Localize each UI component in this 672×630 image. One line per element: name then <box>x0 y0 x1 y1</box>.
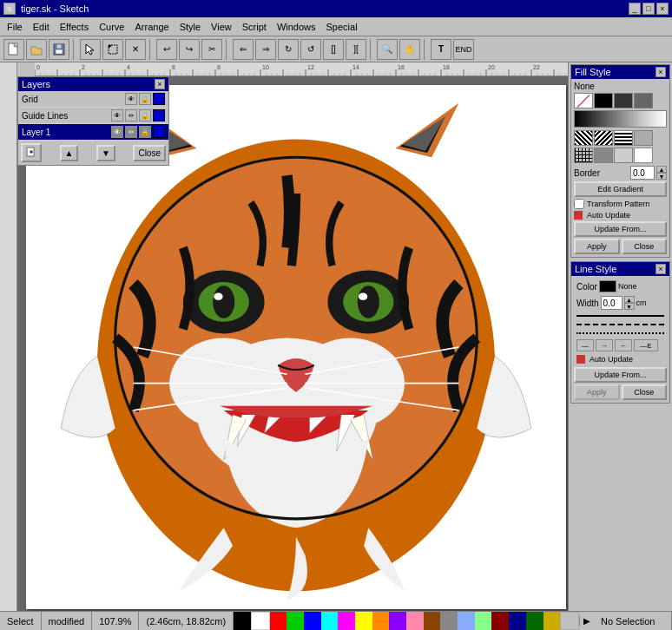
cut-button[interactable]: ✂ <box>201 39 222 60</box>
pan-button[interactable]: ✋ <box>399 39 420 60</box>
palette-red[interactable] <box>270 612 287 630</box>
line-end-style[interactable]: —E <box>634 339 658 351</box>
rot-cw-button[interactable]: ↻ <box>278 39 299 60</box>
palette-magenta[interactable] <box>338 612 355 630</box>
fill-swatch-black[interactable] <box>594 93 613 108</box>
palette-white[interactable] <box>251 612 270 630</box>
palette-scroll[interactable]: ▶ <box>579 616 594 626</box>
gradient-bar[interactable] <box>574 110 667 128</box>
line-sample-dash[interactable] <box>576 324 664 325</box>
line-style-close-btn[interactable]: × <box>656 264 666 274</box>
layer-guides-eye[interactable]: 👁 <box>111 109 123 121</box>
fill-border-up[interactable]: ▲ <box>656 166 667 173</box>
fill-border-input[interactable] <box>630 166 655 180</box>
layers-up-button[interactable] <box>60 145 79 161</box>
fill-style-close-btn[interactable]: × <box>656 67 666 77</box>
layer-1-eye[interactable]: 👁 <box>111 126 123 138</box>
layer-guides-row[interactable]: Guide Lines 👁 ✏ 🔒 <box>18 108 168 124</box>
layers-close-btn[interactable]: Close <box>133 145 166 161</box>
layer-guides-pen[interactable]: ✏ <box>125 109 137 121</box>
line-close-button[interactable]: Close <box>622 384 668 400</box>
ungroup-button[interactable]: ][ <box>346 39 366 60</box>
palette-scroll-right[interactable]: ▶ <box>583 616 590 626</box>
text-tool[interactable]: T <box>431 39 451 60</box>
select-box-tool[interactable] <box>102 39 123 60</box>
select-tool[interactable] <box>80 39 101 60</box>
layer-1-pen[interactable]: ✏ <box>125 126 137 138</box>
undo-button[interactable]: ↩ <box>156 39 177 60</box>
layer-grid-eye[interactable]: 👁 <box>125 93 137 105</box>
palette-orange[interactable] <box>372 612 390 630</box>
maximize-button[interactable]: □ <box>642 3 655 15</box>
fill-swatch-dark[interactable] <box>614 93 633 108</box>
layer-grid-row[interactable]: Grid 👁 🔒 <box>18 91 168 108</box>
flip-h-button[interactable]: ⇐ <box>233 39 254 60</box>
line-width-up[interactable]: ▲ <box>624 296 635 303</box>
line-arrow-right[interactable]: → <box>596 339 613 351</box>
layers-down-button[interactable] <box>96 145 115 161</box>
pattern-swatch-8[interactable] <box>634 148 653 163</box>
palette-yellow[interactable] <box>355 612 372 630</box>
minimize-button[interactable]: _ <box>629 3 641 15</box>
pattern-swatch-3[interactable] <box>614 130 633 146</box>
color-palette[interactable] <box>234 612 579 630</box>
line-update-from-button[interactable]: Update From... <box>574 367 667 383</box>
menu-effects[interactable]: Effects <box>55 20 94 34</box>
pattern-swatch-1[interactable] <box>574 130 593 146</box>
line-width-input[interactable] <box>601 296 623 310</box>
line-color-swatch[interactable] <box>599 280 616 292</box>
palette-pink[interactable] <box>406 612 424 630</box>
redo-button[interactable]: ↪ <box>179 39 200 60</box>
layer-grid-lock[interactable]: 🔒 <box>139 93 151 105</box>
deselect-tool[interactable]: ✕ <box>125 39 146 60</box>
transform-pattern-check[interactable] <box>574 199 584 209</box>
menu-file[interactable]: File <box>2 20 28 34</box>
edit-gradient-button[interactable]: Edit Gradient <box>574 181 667 197</box>
pattern-swatch-5[interactable] <box>574 148 593 163</box>
layers-new-button[interactable] <box>21 143 42 162</box>
palette-darkred[interactable] <box>491 612 509 630</box>
fill-border-down[interactable]: ▼ <box>656 173 667 180</box>
flip-v-button[interactable]: ⇒ <box>255 39 276 60</box>
palette-cyan[interactable] <box>321 612 339 630</box>
line-apply-button[interactable]: Apply <box>574 384 620 400</box>
palette-darkgreen[interactable] <box>526 612 544 630</box>
palette-silver[interactable] <box>560 612 579 630</box>
fill-update-from-button[interactable]: Update From... <box>574 221 667 237</box>
menu-special[interactable]: Special <box>321 20 363 34</box>
palette-gray[interactable] <box>440 612 458 630</box>
layers-close-button[interactable]: × <box>155 79 165 89</box>
pattern-swatch-6[interactable] <box>594 148 613 163</box>
line-sample-solid[interactable] <box>576 315 664 317</box>
menu-curve[interactable]: Curve <box>94 20 129 34</box>
close-button[interactable]: × <box>656 3 669 15</box>
line-arrow-none[interactable]: — <box>576 339 594 351</box>
group-button[interactable]: [] <box>323 39 344 60</box>
palette-lightgreen[interactable] <box>475 612 492 630</box>
fill-swatch-none[interactable] <box>574 93 593 108</box>
menu-windows[interactable]: Windows <box>272 20 321 34</box>
palette-blue[interactable] <box>304 612 321 630</box>
save-button[interactable] <box>49 39 69 60</box>
palette-lightblue[interactable] <box>458 612 475 630</box>
pattern-swatch-2[interactable] <box>594 130 613 146</box>
new-button[interactable] <box>3 39 24 60</box>
layer-1-row[interactable]: Layer 1 👁 ✏ 🔒 <box>18 124 168 141</box>
palette-black[interactable] <box>234 612 251 630</box>
menu-style[interactable]: Style <box>175 20 206 34</box>
palette-brown[interactable] <box>424 612 441 630</box>
palette-darkblue[interactable] <box>509 612 526 630</box>
fill-swatch-mid[interactable] <box>634 93 653 108</box>
menu-view[interactable]: View <box>206 20 237 34</box>
line-width-down[interactable]: ▼ <box>624 303 635 310</box>
palette-purple[interactable] <box>389 612 406 630</box>
menu-edit[interactable]: Edit <box>28 20 55 34</box>
menu-arrange[interactable]: Arrange <box>129 20 174 34</box>
rot-ccw-button[interactable]: ↺ <box>300 39 321 60</box>
end-button[interactable]: END <box>453 39 474 60</box>
canvas-area[interactable]: Layers × Grid 👁 🔒 Guide Lines 👁 ✏ <box>17 76 568 611</box>
open-button[interactable] <box>26 39 47 60</box>
fill-close-button[interactable]: Close <box>622 239 668 254</box>
menu-script[interactable]: Script <box>237 20 272 34</box>
pattern-swatch-4[interactable] <box>634 130 653 146</box>
